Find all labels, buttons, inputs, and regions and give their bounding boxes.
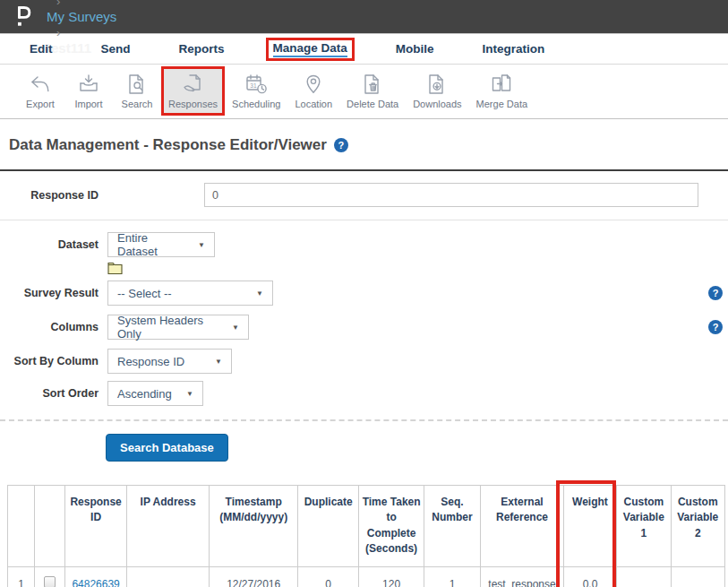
toolbar-item-responses[interactable]: Responses: [161, 66, 225, 116]
page-title: Data Management - Response Editor/Viewer: [9, 136, 327, 154]
chevron-down-icon: ▼: [186, 390, 193, 398]
toolbar-item-location[interactable]: Location: [287, 66, 339, 116]
duplicate-cell: 0: [297, 566, 358, 587]
breadcrumb-separator: ›: [56, 26, 60, 39]
tab-label: Mobile: [396, 42, 434, 56]
response-id-input[interactable]: [204, 183, 698, 207]
toolbar-item-merge-data[interactable]: Merge Data: [469, 66, 535, 116]
downloads-icon: [424, 72, 450, 96]
toolbar-item-label: Responses: [168, 99, 218, 109]
tab-integration[interactable]: Integration: [475, 39, 552, 59]
custom-var1-cell: [617, 566, 671, 587]
row-checkbox[interactable]: [44, 576, 56, 587]
survey-result-value: -- Select --: [117, 287, 172, 300]
tab-label: Integration: [483, 42, 545, 56]
help-icon[interactable]: ?: [334, 138, 348, 152]
tab-manage-data[interactable]: Manage Data: [266, 38, 355, 61]
response-id-cell: 64826639: [65, 566, 126, 587]
response-id-label: Response ID: [0, 189, 98, 202]
chevron-down-icon: ▼: [232, 324, 239, 332]
checkbox-cell: [35, 566, 65, 587]
divider: [0, 419, 728, 421]
location-icon: [301, 72, 326, 96]
sort-order-select[interactable]: Ascending ▼: [107, 381, 203, 406]
divider: [0, 220, 728, 220]
table-row: 16482663912/27/2016 15:52:0801201test_re…: [8, 566, 725, 587]
toolbar-item-export[interactable]: Export: [16, 66, 64, 116]
column-header-weight: Weight: [563, 486, 616, 567]
top-bar: Surveys▼›My Surveys›test111: [0, 0, 728, 34]
timestamp-cell: 12/27/2016 15:52:08: [210, 566, 298, 587]
external-reference-cell: test_response: [481, 566, 564, 587]
breadcrumb-separator: ›: [56, 0, 60, 8]
survey-result-select[interactable]: -- Select -- ▼: [107, 281, 273, 306]
tab-send[interactable]: Send: [94, 39, 138, 59]
survey-result-label: Survey Result: [0, 287, 98, 299]
survey-result-help-icon[interactable]: ?: [708, 286, 723, 300]
toolbar-item-label: Scheduling: [232, 99, 280, 109]
toolbar-item-label: Export: [26, 99, 55, 109]
manage-data-toolbar: ExportImportSearchResponses31SchedulingL…: [0, 65, 728, 119]
column-header-seq-number: Seq. Number: [424, 486, 480, 567]
tab-label: Reports: [179, 42, 225, 56]
column-header-ip-address: IP Address: [126, 486, 210, 567]
toolbar-item-import[interactable]: Import: [64, 66, 113, 116]
chevron-down-icon: ▼: [215, 358, 222, 366]
index-cell: 1: [8, 566, 35, 587]
svg-text:31: 31: [251, 82, 258, 89]
search-database-button[interactable]: Search Database: [106, 434, 228, 462]
tab-edit[interactable]: Edit: [22, 39, 60, 59]
toolbar-item-label: Import: [74, 99, 102, 109]
tab-mobile[interactable]: Mobile: [389, 39, 441, 59]
column-header-response-id: Response ID: [65, 486, 126, 567]
tab-reports[interactable]: Reports: [172, 39, 232, 59]
scheduling-icon: 31: [243, 72, 270, 96]
dataset-select[interactable]: Entire Dataset ▼: [107, 232, 215, 257]
ip-address-cell: [126, 566, 210, 587]
time-taken-cell: 120: [359, 566, 424, 587]
column-header-external-reference: External Reference: [481, 486, 564, 567]
dataset-value: Entire Dataset: [117, 231, 187, 258]
response-id-link[interactable]: 64826639: [72, 578, 119, 587]
tab-label: Send: [101, 42, 131, 56]
results-table-container: Response IDIP AddressTimestamp (MM/dd/yy…: [7, 485, 725, 587]
toolbar-item-delete-data[interactable]: Delete Data: [339, 66, 406, 116]
tab-label: Manage Data: [273, 41, 347, 57]
sort-order-label: Sort Order: [0, 387, 98, 400]
chevron-down-icon: ▼: [198, 241, 205, 249]
tab-bar: EditSendReportsManage DataMobileIntegrat…: [0, 34, 728, 65]
export-icon: [28, 72, 53, 96]
questionpro-logo-icon[interactable]: [14, 4, 32, 29]
dataset-label: Dataset: [0, 238, 98, 251]
toolbar-item-label: Downloads: [413, 99, 461, 109]
column-header-duplicate: Duplicate: [297, 486, 358, 567]
columns-help-icon[interactable]: ?: [708, 320, 723, 334]
sort-by-column-select[interactable]: Response ID ▼: [107, 349, 232, 374]
tab-label: Edit: [30, 42, 53, 56]
columns-select[interactable]: System Headers Only ▼: [107, 315, 249, 340]
column-header-timestamp-mm-dd-yyyy: Timestamp (MM/dd/yyyy): [210, 486, 298, 567]
sort-by-column-label: Sort By Column: [0, 355, 98, 367]
toolbar-item-scheduling[interactable]: 31Scheduling: [225, 66, 287, 116]
sort-order-value: Ascending: [117, 387, 172, 401]
sort-by-value: Response ID: [117, 355, 184, 368]
columns-value: System Headers Only: [117, 314, 221, 341]
column-header: [8, 486, 35, 567]
toolbar-item-label: Delete Data: [347, 99, 398, 109]
columns-label: Columns: [0, 321, 98, 333]
seq-number-cell: 1: [424, 566, 480, 587]
import-icon: [76, 72, 101, 96]
toolbar-item-label: Merge Data: [476, 99, 527, 109]
column-header-time-taken-to-complete-seconds: Time Taken to Complete (Seconds): [359, 486, 424, 567]
toolbar-item-search[interactable]: Search: [113, 66, 161, 116]
delete-data-icon: [360, 72, 385, 96]
search-doc-icon: [124, 72, 150, 96]
toolbar-item-downloads[interactable]: Downloads: [406, 66, 468, 116]
chevron-down-icon: ▼: [256, 289, 263, 298]
column-header-custom-variable-2: Custom Variable 2: [671, 486, 724, 567]
folder-icon[interactable]: [107, 261, 728, 274]
column-header: [35, 486, 65, 567]
toolbar-item-label: Search: [122, 99, 153, 109]
toolbar-item-label: Location: [295, 99, 332, 109]
breadcrumb-item-my-surveys[interactable]: My Surveys: [47, 9, 116, 24]
